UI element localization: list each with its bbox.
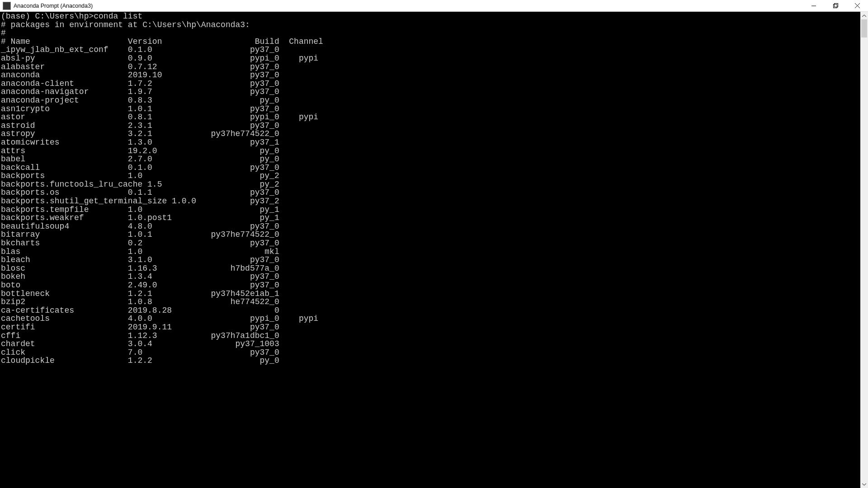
window: Anaconda Prompt (Anaconda3) (base) C:\Us… <box>0 0 868 488</box>
terminal-area: (base) C:\Users\hp>conda list # packages… <box>0 12 868 488</box>
close-icon <box>855 3 860 8</box>
chevron-up-icon <box>862 14 866 17</box>
terminal-output[interactable]: (base) C:\Users\hp>conda list # packages… <box>0 12 860 488</box>
scrollbar-track[interactable] <box>860 19 868 480</box>
app-icon <box>3 2 11 10</box>
svg-rect-2 <box>834 4 838 7</box>
titlebar-buttons <box>803 0 868 11</box>
maximize-button[interactable] <box>825 0 846 11</box>
scrollbar[interactable] <box>860 12 868 488</box>
scroll-up-button[interactable] <box>860 12 868 19</box>
scrollbar-thumb[interactable] <box>861 19 867 38</box>
maximize-icon <box>833 3 838 8</box>
chevron-down-icon <box>862 483 866 486</box>
window-title: Anaconda Prompt (Anaconda3) <box>14 3 803 9</box>
titlebar[interactable]: Anaconda Prompt (Anaconda3) <box>0 0 868 12</box>
minimize-icon <box>811 4 816 8</box>
close-button[interactable] <box>846 0 868 11</box>
svg-rect-1 <box>833 5 837 8</box>
scroll-down-button[interactable] <box>860 480 868 488</box>
minimize-button[interactable] <box>803 0 825 11</box>
